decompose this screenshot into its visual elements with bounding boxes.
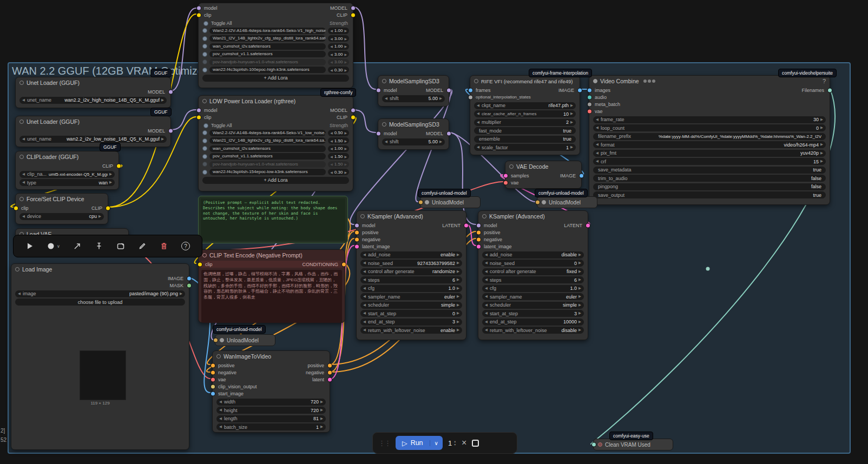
widget-noise-seed[interactable]: ◀noise_seed0▶ (482, 260, 584, 267)
arrow-left-icon[interactable]: ◀ (22, 173, 25, 176)
run-button[interactable]: ▷Run∨ (396, 436, 443, 450)
pin-icon[interactable] (95, 242, 103, 250)
arrow-left-icon[interactable]: ◀ (219, 417, 222, 421)
arrow-right-icon[interactable]: ▶ (439, 140, 442, 144)
input-dot-model[interactable] (355, 223, 359, 227)
node-ksampler-advanced-1[interactable]: KSampler (Advanced) modelLATENT positive… (356, 210, 466, 340)
arrow-left-icon[interactable]: ◀ (477, 104, 479, 108)
lora-row[interactable]: pov_cumshot_v1.1.safetensors◀3.00▶ (202, 51, 349, 57)
lora-name[interactable]: Wan2.2-I2V-A14B-4steps-lora-rank64-Seko-… (209, 130, 326, 136)
node-model-sampling-sd3-1[interactable]: ModelSamplingSD3 modelMODEL ◀shift5.00▶ (378, 75, 449, 107)
node-title[interactable]: CLIP Text Encode (Negative Prompt) (199, 250, 345, 261)
widget-type[interactable]: ◀typewan▶ (19, 179, 115, 186)
arrow-right-icon[interactable]: ▶ (344, 162, 347, 166)
collapse-icon[interactable] (19, 155, 24, 159)
lora-row-disabled[interactable]: pov-handjob-hunyuan-v1.0-vfxai.safetenso… (202, 161, 349, 168)
lora-name[interactable]: wan_cumshot_i2v.safetensors (209, 43, 326, 50)
node-title[interactable]: ModelSamplingSD3 (378, 76, 449, 87)
output-dot-latent[interactable] (586, 223, 590, 227)
arrow-right-icon[interactable]: ▶ (344, 131, 347, 135)
arrow-right-icon[interactable]: ▶ (344, 155, 347, 158)
lora-toggle-icon[interactable] (202, 170, 207, 175)
lora-name[interactable]: pov_cumshot_v1.1.safetensors (209, 51, 326, 57)
arrow-left-icon[interactable]: ◀ (330, 170, 333, 174)
arrow-right-icon[interactable]: ▶ (578, 253, 581, 257)
arrow-left-icon[interactable]: ◀ (363, 270, 366, 274)
output-dot-filenames[interactable] (828, 88, 832, 92)
lora-row-disabled[interactable]: pov-handjob-hunyuan-v1.0-vfxai.safetenso… (202, 59, 349, 65)
node-negative-prompt[interactable]: CLIP Text Encode (Negative Prompt) clipC… (198, 249, 345, 323)
collapse-icon[interactable] (482, 214, 486, 218)
widget-length[interactable]: ◀length81▶ (216, 415, 326, 422)
widget-ckpt-name[interactable]: ◀ckpt_namerife47.pth▶ (474, 102, 576, 109)
arrow-left-icon[interactable]: ◀ (330, 139, 333, 143)
arrow-right-icon[interactable]: ▶ (820, 126, 823, 130)
input-dot-vae[interactable] (211, 377, 215, 381)
lora-name[interactable]: pov-handjob-hunyuan-v1.0-vfxai.safetenso… (209, 161, 326, 168)
widget-save-output-toggle[interactable]: save_outputtrue (593, 191, 826, 198)
arrow-right-icon[interactable]: ▶ (344, 139, 347, 143)
widget-end-at-step[interactable]: ◀end_at_step3▶ (360, 319, 462, 326)
input-dot-meta-batch[interactable] (588, 102, 591, 106)
collapse-icon[interactable] (216, 354, 221, 359)
add-lora-button[interactable]: + Add Lora (202, 177, 349, 184)
widget-return-with-leftover-noise[interactable]: ◀return_with_leftover_noisedisable▶ (482, 327, 584, 334)
widget-shift[interactable]: ◀shift5.00▶ (382, 138, 445, 145)
arrow-right-icon[interactable]: ▶ (439, 97, 442, 101)
delete-trash-icon[interactable] (160, 242, 168, 250)
arrow-left-icon[interactable]: ◀ (330, 68, 333, 72)
arrow-left-icon[interactable]: ◀ (22, 98, 25, 102)
output-dot-clip[interactable] (351, 13, 355, 17)
output-dot-positive[interactable] (328, 363, 332, 367)
widget-control-after-generate[interactable]: ◀control after generatefixed▶ (482, 268, 584, 275)
output-dot-latent[interactable] (328, 377, 332, 381)
node-rife-vfi[interactable]: RIFE VFI (recommend rife47 and rife49) f… (470, 75, 580, 155)
node-title[interactable]: KSampler (Advanced) (357, 211, 466, 222)
arrow-right-icon[interactable]: ▶ (578, 328, 581, 332)
title-option-icons[interactable] (643, 79, 655, 83)
widget-sampler-name[interactable]: ◀sampler_nameeuler▶ (482, 293, 584, 300)
widget-control-after-generate[interactable]: ◀control after generaterandomize▶ (360, 268, 462, 275)
arrow-left-icon[interactable]: ◀ (330, 131, 333, 135)
widget-noise-seed[interactable]: ◀noise_seed92743363799582▶ (360, 260, 462, 267)
arrow-right-icon[interactable]: ▶ (161, 98, 164, 102)
widget-filename-prefix[interactable]: filename_prefix%date:yyyy-MM-dd%/ComfyUI… (593, 133, 826, 140)
lora-toggle-icon[interactable] (202, 44, 207, 49)
choose-file-button[interactable]: choose file to upload (15, 299, 185, 306)
lora-row[interactable]: Wan21_I2V_14B_lightx2v_cfg_step_distill_… (202, 137, 349, 144)
input-dot-model[interactable] (536, 201, 540, 204)
arrow-left-icon[interactable]: ◀ (330, 29, 333, 32)
collapse-icon[interactable] (542, 200, 546, 204)
arrow-right-icon[interactable]: ▶ (457, 295, 459, 299)
widget-device[interactable]: ◀devicecpu▶ (19, 213, 104, 220)
lora-row[interactable]: Wan2.2-I2V-A14B-4steps-lora-rank64-Seko-… (202, 130, 349, 136)
collapse-icon[interactable] (593, 79, 597, 83)
arrow-left-icon[interactable]: ◀ (485, 278, 488, 282)
negative-prompt-text[interactable]: 色调艳丽，过曝，静态，细节模糊不清，字幕，风格，作品，画作，画面，静止，整体发灰… (201, 270, 342, 323)
collapse-icon[interactable] (202, 253, 207, 257)
widget-scheduler[interactable]: ◀schedulersimple▶ (482, 302, 584, 309)
arrow-left-icon[interactable]: ◀ (385, 140, 387, 144)
output-dot-model[interactable] (351, 108, 355, 112)
arrow-left-icon[interactable]: ◀ (22, 215, 25, 218)
input-dot-vae[interactable] (588, 109, 591, 113)
collapse-icon[interactable] (19, 120, 24, 124)
input-dot-clip[interactable] (197, 115, 201, 119)
arrow-left-icon[interactable]: ◀ (485, 287, 488, 290)
output-dot-clip[interactable] (106, 206, 110, 210)
arrow-left-icon[interactable]: ◀ (363, 295, 366, 299)
arrow-left-icon[interactable]: ◀ (330, 37, 333, 41)
arrow-right-icon[interactable]: ▶ (109, 181, 112, 184)
lora-row[interactable]: Wan21_I2V_14B_lightx2v_cfg_step_distill_… (202, 35, 349, 42)
input-dot-interpolation-states[interactable] (469, 95, 472, 99)
input-dot-model[interactable] (197, 108, 201, 112)
output-dot-image[interactable] (187, 276, 191, 280)
output-dot-conditioning[interactable] (342, 262, 346, 266)
run-toolbar[interactable]: ⋮⋮ ▷Run∨ 1▲▼ × (372, 432, 517, 454)
node-model-sampling-sd3-2[interactable]: ModelSamplingSD3 modelMODEL ◀shift5.00▶ (378, 118, 449, 150)
chevron-down-icon[interactable]: ∨ (57, 244, 60, 249)
arrow-left-icon[interactable]: ◀ (596, 160, 599, 163)
arrow-right-icon[interactable]: ▶ (578, 320, 581, 324)
node-clean-vram-used[interactable]: Clean VRAM Used (593, 439, 673, 450)
output-dot-latent[interactable] (464, 223, 468, 227)
